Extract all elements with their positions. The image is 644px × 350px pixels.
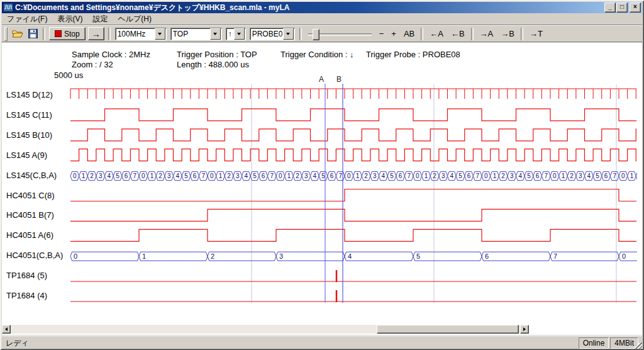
run-button[interactable]: → [88, 27, 104, 40]
online-indicator: Online [579, 337, 609, 349]
trigger-position-select[interactable]: TOP [170, 28, 222, 40]
maximize-button[interactable]: □ [616, 3, 628, 13]
minimize-button[interactable]: _ [604, 3, 616, 13]
zoom-slider-thumb[interactable] [313, 29, 319, 40]
stop-button-label: Stop [64, 30, 80, 38]
stop-square-icon [55, 30, 62, 37]
menu-settings[interactable]: 設定 [87, 13, 113, 25]
sample-clock-value: 100MHz [116, 30, 154, 38]
stop-button[interactable]: Stop [49, 27, 86, 40]
toolbar-separator [299, 28, 302, 40]
trigger-edge-value: ↑ [226, 30, 233, 38]
trigger-position-info: Trigger Position : TOP [177, 50, 257, 59]
trigger-position-value: TOP [171, 30, 209, 38]
scrollbar-thumb[interactable] [377, 325, 519, 334]
close-button[interactable]: × [630, 3, 641, 13]
resize-grip[interactable] [634, 341, 642, 349]
jump-cursor-a-right-button[interactable]: →A [477, 28, 496, 39]
arrow-left-icon [5, 327, 8, 331]
status-message: レディ [6, 338, 29, 349]
trigger-condition-info: Trigger Condition : ↓ [280, 50, 354, 59]
toolbar-separator [471, 28, 474, 40]
title-bar[interactable]: C:¥Documents and Settings¥noname¥デスクトップ¥… [2, 2, 642, 13]
status-cells: Online 4MBit [579, 337, 638, 349]
window-title: C:¥Documents and Settings¥noname¥デスクトップ¥… [15, 3, 604, 13]
trigger-probe-value: PROBE00 [250, 30, 282, 38]
toolbar-separator [521, 28, 523, 40]
menu-help[interactable]: ヘルプ(H) [113, 13, 157, 25]
menu-file[interactable]: ファイル(F) [2, 13, 52, 25]
zoom-info: Zoom : / 32 [72, 60, 113, 69]
length-info: Length : 488.000 us [177, 60, 249, 69]
app-icon [3, 3, 13, 12]
jump-cursor-b-right-button[interactable]: →B [498, 28, 517, 39]
save-icon[interactable] [25, 27, 40, 41]
chevron-down-icon[interactable] [283, 28, 294, 40]
jump-cursor-b-left-button[interactable]: ←B [448, 28, 467, 39]
time-origin-label: 5000 us [54, 71, 83, 80]
menu-view[interactable]: 表示(V) [52, 13, 87, 25]
jump-cursor-a-left-button[interactable]: ←A [427, 28, 446, 39]
trigger-edge-select[interactable]: ↑ [226, 28, 246, 40]
toolbar-separator [43, 28, 45, 40]
sample-clock-info: Sample Clock : 2MHz [72, 50, 150, 59]
toolbar-separator [108, 28, 111, 40]
status-bar: レディ Online 4MBit [2, 336, 642, 349]
zoom-slider[interactable] [307, 27, 373, 41]
menu-bar: ファイル(F) 表示(V) 設定 ヘルプ(H) [2, 13, 642, 25]
chevron-down-icon[interactable] [210, 28, 221, 40]
jump-trigger-button[interactable]: →T [527, 28, 545, 39]
app-window: C:¥Documents and Settings¥noname¥デスクトップ¥… [0, 0, 644, 350]
scroll-right-button[interactable] [520, 325, 529, 334]
toolbar-grip[interactable] [4, 27, 8, 41]
scroll-left-button[interactable] [2, 325, 11, 334]
chevron-down-icon[interactable] [155, 28, 165, 40]
arrow-right-icon [523, 327, 526, 331]
trigger-probe-info: Trigger Probe : PROBE08 [366, 50, 460, 59]
trigger-probe-select[interactable]: PROBE00 [250, 28, 295, 40]
toolbar-separator [421, 28, 423, 40]
toolbar: Stop → 100MHz TOP ↑ PROBE00 − + AB ←A ←B [2, 25, 642, 42]
sample-clock-select[interactable]: 100MHz [115, 28, 167, 40]
waveform-client-area [2, 43, 642, 335]
chevron-down-icon[interactable] [234, 28, 245, 40]
horizontal-scrollbar[interactable] [2, 325, 529, 334]
open-file-icon[interactable] [10, 27, 25, 41]
ab-button[interactable]: AB [401, 28, 417, 39]
zoom-out-button[interactable]: − [377, 28, 387, 39]
window-controls: _ □ × [604, 3, 641, 13]
zoom-in-button[interactable]: + [389, 28, 399, 39]
